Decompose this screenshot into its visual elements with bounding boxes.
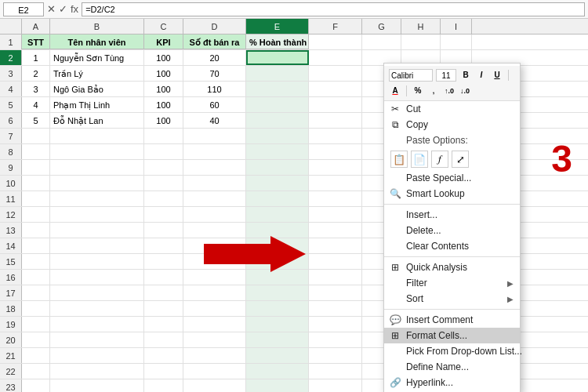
cell-f18[interactable] [309, 301, 362, 316]
col-header-a[interactable]: A [22, 19, 50, 34]
col-header-e[interactable]: E [246, 19, 309, 34]
decrease-decimal-button[interactable]: ↓.0 [459, 85, 471, 97]
col-header-g[interactable]: G [362, 19, 401, 34]
cell-c6[interactable]: 100 [144, 113, 183, 128]
col-header-c[interactable]: C [144, 19, 183, 34]
cell-a6[interactable]: 5 [22, 113, 50, 128]
cell-d9[interactable] [183, 160, 246, 175]
cell-a8[interactable] [22, 144, 50, 159]
cell-a10[interactable] [22, 176, 50, 191]
cell-e10[interactable] [246, 176, 309, 191]
col-header-b[interactable]: B [50, 19, 144, 34]
cell-e12[interactable] [246, 207, 309, 222]
cell-f17[interactable] [309, 285, 362, 300]
cell-f6[interactable] [309, 113, 362, 128]
cell-c8[interactable] [144, 144, 183, 159]
context-menu-filter[interactable]: Filter ▶ [384, 275, 520, 291]
cell-a2[interactable]: 1 [22, 50, 50, 65]
cell-b21[interactable] [50, 348, 144, 363]
cell-d3[interactable]: 70 [183, 66, 246, 81]
cell-b20[interactable] [50, 332, 144, 347]
cell-c19[interactable] [144, 317, 183, 332]
col-header-d[interactable]: D [183, 19, 246, 34]
bold-button[interactable]: B [459, 69, 472, 82]
cell-f2[interactable] [309, 50, 362, 65]
cell-a18[interactable] [22, 301, 50, 316]
cell-h1[interactable] [401, 34, 441, 49]
context-menu-delete[interactable]: Delete... [384, 223, 520, 238]
insert-function-btn[interactable]: fx [71, 3, 78, 15]
cell-a13[interactable] [22, 223, 50, 238]
cell-b12[interactable] [50, 207, 144, 222]
cell-f16[interactable] [309, 270, 362, 285]
cell-e17[interactable] [246, 285, 309, 300]
context-menu-sort[interactable]: Sort ▶ [384, 291, 520, 307]
cell-d12[interactable] [183, 207, 246, 222]
context-menu-define-name[interactable]: Define Name... [384, 359, 520, 375]
cell-b10[interactable] [50, 176, 144, 191]
cell-a21[interactable] [22, 348, 50, 363]
paste-btn-transpose[interactable]: ⤢ [452, 151, 469, 168]
cell-a9[interactable] [22, 160, 50, 175]
increase-decimal-button[interactable]: ↑.0 [443, 85, 456, 97]
cell-c12[interactable] [144, 207, 183, 222]
cell-e19[interactable] [246, 317, 309, 332]
font-name-input[interactable] [389, 69, 433, 82]
cell-e7[interactable] [246, 129, 309, 143]
cell-b15[interactable] [50, 254, 144, 269]
cell-d22[interactable] [183, 364, 246, 379]
cell-e8[interactable] [246, 144, 309, 159]
cell-c16[interactable] [144, 270, 183, 285]
formula-input[interactable] [82, 2, 585, 16]
cell-c3[interactable]: 100 [144, 66, 183, 81]
cell-c22[interactable] [144, 364, 183, 379]
cell-d23[interactable] [183, 379, 246, 392]
cell-a14[interactable] [22, 238, 50, 253]
cell-g1[interactable] [362, 34, 401, 49]
italic-button[interactable]: I [475, 69, 488, 82]
context-menu-copy[interactable]: ⧉ Copy [384, 117, 520, 132]
cell-b7[interactable] [50, 129, 144, 143]
cell-e20[interactable] [246, 332, 309, 347]
context-menu-insert[interactable]: Insert... [384, 207, 520, 223]
context-menu-pick-dropdown[interactable]: Pick From Drop-down List... [384, 343, 520, 359]
cell-d8[interactable] [183, 144, 246, 159]
cell-b19[interactable] [50, 317, 144, 332]
header-kpi[interactable]: KPI [144, 34, 183, 49]
col-header-i[interactable]: I [441, 19, 472, 34]
cell-a19[interactable] [22, 317, 50, 332]
paste-btn-values[interactable]: 📄 [411, 151, 428, 168]
header-so-dt[interactable]: Số đt bán ra [183, 34, 246, 49]
cell-d5[interactable]: 60 [183, 97, 246, 112]
context-menu-insert-comment[interactable]: 💬 Insert Comment [384, 312, 520, 328]
context-menu-paste-special[interactable]: Paste Special... [384, 170, 520, 186]
col-header-h[interactable]: H [401, 19, 441, 34]
font-color-button[interactable]: A [389, 85, 401, 97]
cell-b8[interactable] [50, 144, 144, 159]
cell-f19[interactable] [309, 317, 362, 332]
header-stt[interactable]: STT [22, 34, 50, 49]
cell-a16[interactable] [22, 270, 50, 285]
cell-c23[interactable] [144, 379, 183, 392]
cell-b14[interactable] [50, 238, 144, 253]
font-size-input[interactable] [436, 69, 456, 82]
cell-c11[interactable] [144, 191, 183, 206]
cell-d7[interactable] [183, 129, 246, 143]
percent-button[interactable]: % [412, 85, 424, 97]
context-menu-hyperlink[interactable]: 🔗 Hyperlink... [384, 375, 520, 390]
context-menu-clear-contents[interactable]: Clear Contents [384, 238, 520, 254]
cell-a7[interactable] [22, 129, 50, 143]
cell-c10[interactable] [144, 176, 183, 191]
cell-c7[interactable] [144, 129, 183, 143]
context-menu-smart-lookup[interactable]: 🔍 Smart Lookup [384, 186, 520, 201]
paste-btn-clipboard[interactable]: 📋 [390, 151, 408, 168]
cell-b6[interactable]: Đỗ Nhật Lan [50, 113, 144, 128]
cell-e18[interactable] [246, 301, 309, 316]
cell-c20[interactable] [144, 332, 183, 347]
cancel-formula-btn[interactable]: ✕ [47, 3, 56, 15]
cell-a20[interactable] [22, 332, 50, 347]
cell-e6[interactable] [246, 113, 309, 128]
cell-f5[interactable] [309, 97, 362, 112]
cell-d6[interactable]: 40 [183, 113, 246, 128]
cell-c14[interactable] [144, 238, 183, 253]
